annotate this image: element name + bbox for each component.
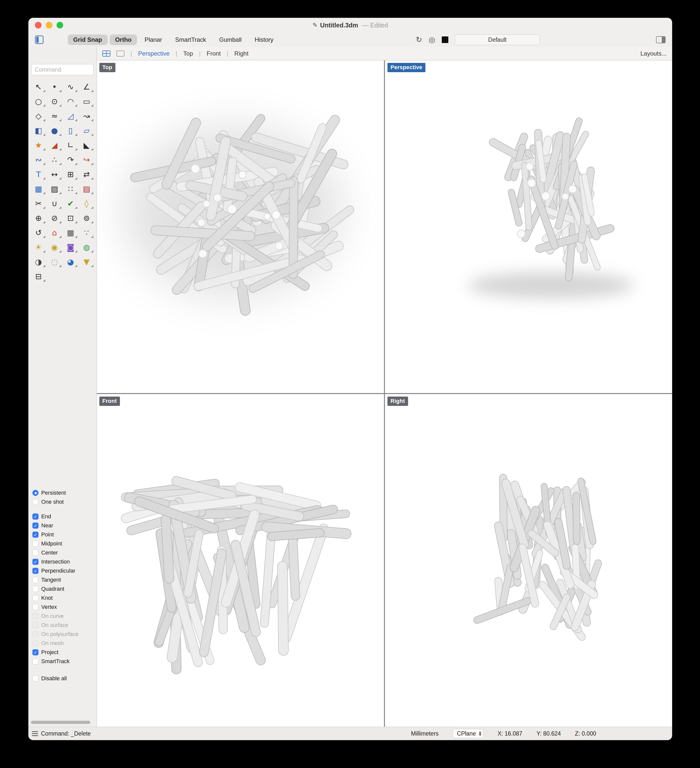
tool-ellipse[interactable]: ⊙ — [46, 94, 62, 109]
tool-unroll-surface[interactable]: ◊ — [78, 197, 94, 211]
sidebar-toggle-icon[interactable] — [656, 36, 666, 43]
viewport-tab-front[interactable]: Front — [207, 50, 221, 57]
tool-undo-view[interactable]: ↺ — [30, 226, 46, 240]
tool-spotlight[interactable]: ☀ — [30, 240, 46, 254]
tool-sphere[interactable]: ● — [46, 123, 62, 138]
tool-point-cloud[interactable]: ∵ — [78, 226, 94, 240]
osnap-checkbox-center[interactable] — [32, 550, 38, 556]
tool-shaded-view[interactable]: ◑ — [30, 255, 46, 269]
zoom-button[interactable] — [57, 22, 63, 29]
panels-icon[interactable] — [35, 35, 43, 44]
osnap-checkbox-end[interactable]: ✓ — [32, 514, 38, 520]
rotate-view-icon[interactable]: ↻ — [416, 36, 422, 43]
osnap-mode-radio-one-shot[interactable] — [32, 499, 38, 505]
tool-select[interactable]: ↖ — [30, 80, 46, 94]
osnap-checkbox-intersection[interactable]: ✓ — [32, 559, 38, 565]
tool-mirror[interactable]: ⇄ — [78, 167, 94, 181]
viewport-right[interactable]: Right — [385, 394, 672, 727]
viewport-perspective[interactable]: Perspective — [385, 60, 672, 393]
tool-surface[interactable]: ▦ — [30, 182, 46, 196]
tool-trim[interactable]: ✂ — [30, 197, 46, 211]
tool-box[interactable]: ◧ — [30, 123, 46, 138]
tool-zoom-window[interactable]: ⊡ — [62, 211, 79, 225]
tool-hatch[interactable]: ▨ — [46, 182, 62, 196]
close-button[interactable] — [35, 22, 42, 29]
single-viewport-layout-icon[interactable] — [117, 51, 125, 57]
target-icon[interactable]: ◎ — [429, 36, 435, 43]
tool-chamfer[interactable]: ◣ — [78, 138, 94, 152]
toolbar-button-planar[interactable]: Planar — [139, 34, 168, 45]
tool-offset-curve[interactable]: ≈ — [46, 109, 62, 123]
tool-continue-curve[interactable]: ↪ — [78, 153, 94, 167]
command-input[interactable] — [32, 64, 94, 75]
toolbar-button-gumball[interactable]: Gumball — [214, 34, 247, 45]
osnap-mode-radio-persistent[interactable] — [32, 490, 38, 496]
viewport-front[interactable]: Front — [97, 394, 384, 727]
tool-rendered-view[interactable]: ◕ — [62, 255, 79, 269]
osnap-checkbox-smarttrack[interactable] — [32, 658, 38, 664]
tool-block-edit[interactable]: ⊟ — [30, 269, 46, 283]
tool-text[interactable]: T — [30, 167, 46, 181]
tool-polyline[interactable]: ∠ — [78, 80, 94, 94]
cplane-select[interactable]: CPlane ▲▼ — [452, 729, 484, 738]
minimize-button[interactable] — [46, 22, 52, 29]
tool-curve-from-objects[interactable]: ◿ — [62, 109, 79, 123]
osnap-checkbox-project[interactable]: ✓ — [32, 649, 38, 655]
tool-copy[interactable]: ⊞ — [62, 167, 79, 181]
tool-zoom-extents[interactable]: ⊕ — [30, 211, 46, 225]
tool-points[interactable]: ∴ — [46, 153, 62, 167]
osnap-checkbox-quadrant[interactable] — [32, 586, 38, 592]
tool-auto-cplane[interactable]: ⌂ — [46, 226, 62, 240]
viewport-title-perspective[interactable]: Perspective — [387, 63, 425, 72]
tool-arc[interactable]: ◠ — [62, 94, 79, 109]
tool-control-point-curve[interactable]: ∿ — [62, 80, 79, 94]
tool-analyze[interactable]: ✔ — [62, 197, 79, 211]
tool-array[interactable]: ∷ — [62, 182, 79, 196]
tool-cylinder[interactable]: ▯ — [62, 123, 79, 138]
osnap-checkbox-near[interactable]: ✓ — [32, 523, 38, 529]
viewport-title-right[interactable]: Right — [387, 397, 408, 406]
tool-array-vertical[interactable]: ▤ — [78, 182, 94, 196]
tool-fillet[interactable]: ∟ — [62, 138, 79, 152]
tool-ghosted-view[interactable]: ◌ — [46, 255, 62, 269]
tool-zoom-dynamic[interactable]: ⊘ — [46, 211, 62, 225]
tool-extend[interactable]: ◢ — [46, 138, 62, 152]
osnap-checkbox-knot[interactable] — [32, 595, 38, 601]
command-line[interactable]: Command: _Delete — [41, 730, 91, 737]
four-viewport-layout-icon[interactable] — [102, 51, 110, 57]
tool-zoom-selected[interactable]: ⊚ — [78, 211, 94, 225]
layouts-button[interactable]: Layouts... — [641, 50, 666, 57]
toolbar-button-grid-snap[interactable]: Grid Snap — [68, 34, 108, 45]
toolbar-button-history[interactable]: History — [249, 34, 279, 45]
tool-move[interactable]: ↔ — [46, 167, 62, 181]
tool-rectangle[interactable]: ▭ — [78, 94, 94, 109]
tool-lock[interactable]: ◉ — [46, 240, 62, 254]
tool-plane[interactable]: ▱ — [78, 123, 94, 138]
tool-explode[interactable]: ★ — [30, 138, 46, 152]
tool-mesh[interactable]: ▦ — [62, 226, 79, 240]
viewport-tab-top[interactable]: Top — [183, 50, 193, 57]
tool-blend[interactable]: ∾ — [30, 153, 46, 167]
osnap-checkbox-tangent[interactable] — [32, 577, 38, 583]
display-color-swatch[interactable] — [442, 37, 448, 43]
viewport-tab-right[interactable]: Right — [234, 50, 248, 57]
viewport-top[interactable]: Top — [97, 60, 384, 393]
tool-polygon[interactable]: ◇ — [30, 109, 46, 123]
tool-point[interactable]: • — [46, 80, 62, 94]
tool-circle[interactable]: ○ — [30, 94, 46, 109]
osnap-checkbox-disable-all[interactable] — [32, 675, 38, 682]
toolbar-button-smarttrack[interactable]: SmartTrack — [169, 34, 211, 45]
tool-adjust-curve[interactable]: ↷ — [62, 153, 79, 167]
units-indicator[interactable]: Millimeters — [411, 730, 438, 737]
viewport-title-top[interactable]: Top — [99, 63, 115, 72]
sidebar-scrollbar-thumb[interactable] — [31, 721, 90, 724]
toolbar-button-ortho[interactable]: Ortho — [110, 34, 137, 45]
tool-color-wheel[interactable]: ◍ — [78, 240, 94, 254]
viewport-title-front[interactable]: Front — [99, 397, 120, 406]
osnap-checkbox-midpoint[interactable] — [32, 541, 38, 547]
tool-render[interactable]: ◙ — [62, 240, 79, 254]
tool-cone[interactable]: ▼ — [78, 255, 94, 269]
current-layer-field[interactable]: Default — [455, 34, 540, 45]
viewport-tab-perspective[interactable]: Perspective — [138, 50, 169, 57]
osnap-checkbox-perpendicular[interactable]: ✓ — [32, 568, 38, 574]
